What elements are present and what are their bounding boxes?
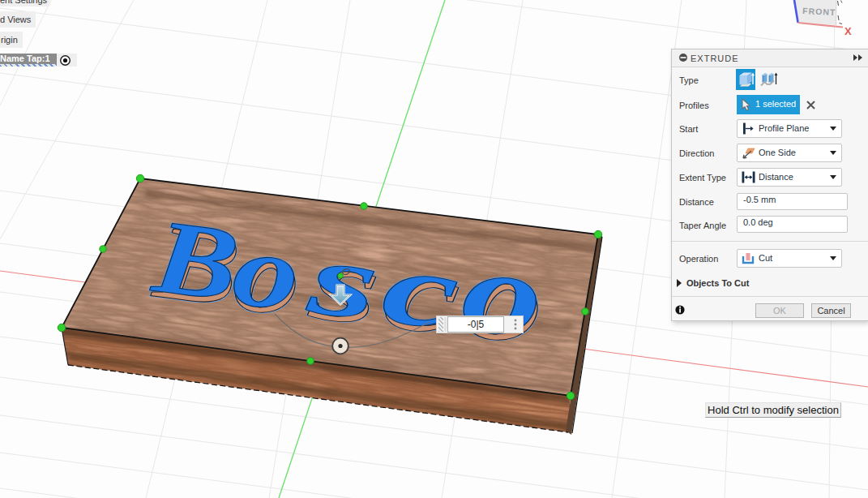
svg-text:X: X <box>844 25 852 37</box>
svg-text:FRONT: FRONT <box>802 6 836 17</box>
svg-text:o: o <box>455 223 550 363</box>
svg-text:c: c <box>377 227 465 353</box>
svg-text:s: s <box>302 218 385 342</box>
